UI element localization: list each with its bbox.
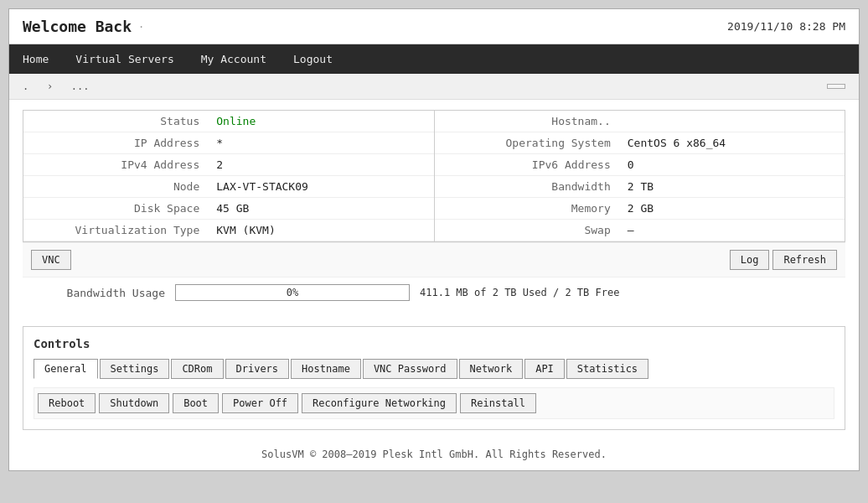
- bandwidth-info: 411.1 MB of 2 TB Used / 2 TB Free: [420, 287, 619, 298]
- node-label: Node: [23, 176, 208, 198]
- node-value: LAX-VT-STACK09: [208, 176, 433, 198]
- action-row: VNC Log Refresh: [23, 242, 845, 277]
- reconfigure-networking-button[interactable]: Reconfigure Networking: [302, 393, 457, 413]
- table-row: IPv4 Address 2: [23, 154, 434, 176]
- nav-logout[interactable]: Logout: [280, 44, 346, 74]
- shutdown-button[interactable]: Shutdown: [99, 393, 169, 413]
- sub-nav-action-btn[interactable]: [827, 84, 845, 89]
- table-row: Node LAX-VT-STACK09: [23, 176, 434, 198]
- controls-section: Controls General Settings CDRom Drivers …: [23, 326, 845, 430]
- table-row: Hostnam..: [435, 111, 845, 132]
- table-row: Operating System CentOS 6 x86_64: [435, 132, 845, 154]
- memory-label: Memory: [435, 198, 619, 220]
- tab-settings[interactable]: Settings: [100, 359, 170, 379]
- controls-title: Controls: [34, 337, 834, 350]
- ipv4-label: IPv4 Address: [23, 154, 208, 176]
- tab-statistics[interactable]: Statistics: [566, 359, 648, 379]
- tab-vnc-password[interactable]: VNC Password: [363, 359, 457, 379]
- refresh-button[interactable]: Refresh: [772, 250, 837, 270]
- memory-value: 2 GB: [619, 198, 845, 220]
- footer-text: SolusVM © 2008–2019 Plesk Intl GmbH. All…: [261, 449, 607, 460]
- bandwidth-percent: 0%: [176, 285, 409, 300]
- ipv6-label: IPv6 Address: [435, 154, 619, 176]
- main-container: Welcome Back · 2019/11/10 8:28 PM Home V…: [8, 8, 860, 471]
- ipv4-value: 2: [208, 154, 433, 176]
- reboot-button[interactable]: Reboot: [38, 393, 96, 413]
- table-row: Virtualization Type KVM (KVM): [23, 220, 434, 241]
- tab-hostname[interactable]: Hostname: [291, 359, 361, 379]
- boot-button[interactable]: Boot: [173, 393, 219, 413]
- bandwidth-label-r: Bandwidth: [435, 176, 619, 198]
- bandwidth-usage-label: Bandwidth Usage: [31, 287, 165, 299]
- breadcrumb: . › ...: [23, 80, 89, 92]
- table-row: IP Address *: [23, 132, 434, 154]
- info-table-left: Status Online IP Address * IPv4 Address …: [23, 111, 434, 241]
- nav-my-account[interactable]: My Account: [188, 44, 280, 74]
- nav-virtual-servers[interactable]: Virtual Servers: [62, 44, 187, 74]
- header-user: ·: [138, 21, 144, 33]
- table-row: Status Online: [23, 111, 434, 132]
- bandwidth-row: Bandwidth Usage 0% 411.1 MB of 2 TB Used…: [23, 277, 845, 308]
- tab-network[interactable]: Network: [459, 359, 524, 379]
- info-table-wrapper: Status Online IP Address * IPv4 Address …: [23, 110, 845, 242]
- nav-bar: Home Virtual Servers My Account Logout: [9, 44, 859, 74]
- status-value: Online: [208, 111, 433, 132]
- hostname-label: Hostnam..: [435, 111, 619, 132]
- disk-value: 45 GB: [208, 198, 433, 220]
- os-label: Operating System: [435, 132, 619, 154]
- header-datetime: 2019/11/10 8:28 PM: [727, 20, 845, 33]
- tab-cdrom[interactable]: CDRom: [171, 359, 223, 379]
- bandwidth-bar: 0%: [175, 284, 410, 301]
- table-row: IPv6 Address 0: [435, 154, 845, 176]
- virt-value: KVM (KVM): [208, 220, 433, 241]
- footer: SolusVM © 2008–2019 Plesk Intl GmbH. All…: [9, 438, 859, 470]
- power-off-button[interactable]: Power Off: [222, 393, 298, 413]
- table-row: Disk Space 45 GB: [23, 198, 434, 220]
- ip-label: IP Address: [23, 132, 208, 154]
- sub-nav: . › ...: [9, 74, 859, 100]
- nav-home[interactable]: Home: [9, 44, 62, 74]
- os-value: CentOS 6 x86_64: [619, 132, 845, 154]
- status-label: Status: [23, 111, 208, 132]
- tab-api[interactable]: API: [524, 359, 565, 379]
- table-row: Swap –: [435, 220, 845, 241]
- header-bar: Welcome Back · 2019/11/10 8:28 PM: [9, 9, 859, 44]
- swap-value: –: [619, 220, 845, 241]
- vnc-button[interactable]: VNC: [31, 250, 71, 270]
- outer-wrapper: Welcome Back · 2019/11/10 8:28 PM Home V…: [0, 0, 868, 480]
- bandwidth-value: 2 TB: [619, 176, 845, 198]
- swap-label: Swap: [435, 220, 619, 241]
- tab-general[interactable]: General: [34, 359, 98, 379]
- info-table-right: Hostnam.. Operating System CentOS 6 x86_…: [435, 111, 845, 241]
- ip-value: *: [208, 132, 433, 154]
- log-button[interactable]: Log: [730, 250, 770, 270]
- control-buttons: Reboot Shutdown Boot Power Off Reconfigu…: [34, 387, 834, 419]
- tab-drivers[interactable]: Drivers: [225, 359, 290, 379]
- welcome-title: Welcome Back: [23, 18, 132, 35]
- reinstall-button[interactable]: Reinstall: [460, 393, 536, 413]
- tab-bar: General Settings CDRom Drivers Hostname …: [34, 359, 834, 379]
- ipv6-value: 0: [619, 154, 845, 176]
- hostname-value: [619, 111, 845, 132]
- info-section: Status Online IP Address * IPv4 Address …: [9, 100, 859, 318]
- header-left: Welcome Back ·: [23, 18, 144, 35]
- virt-label: Virtualization Type: [23, 220, 208, 241]
- table-row: Bandwidth 2 TB: [435, 176, 845, 198]
- log-refresh-group: Log Refresh: [730, 250, 837, 270]
- disk-label: Disk Space: [23, 198, 208, 220]
- table-row: Memory 2 GB: [435, 198, 845, 220]
